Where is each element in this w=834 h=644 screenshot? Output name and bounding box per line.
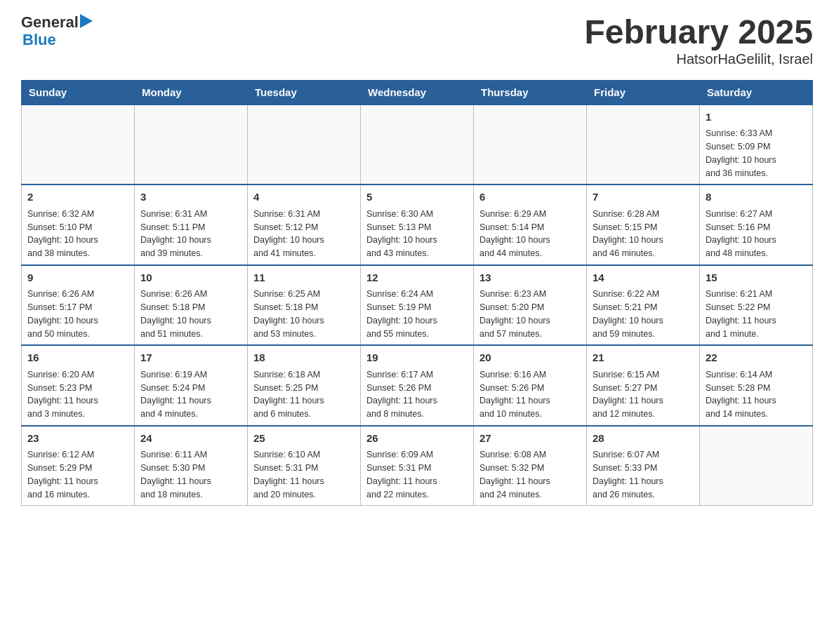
calendar-cell: [700, 426, 813, 506]
day-info-line: Sunrise: 6:18 AM: [253, 368, 355, 382]
day-info-line: and 3 minutes.: [27, 408, 128, 421]
day-info-line: and 6 minutes.: [253, 408, 355, 421]
header-friday: Friday: [587, 80, 700, 105]
day-info-line: and 20 minutes.: [253, 488, 355, 502]
calendar-cell: [361, 105, 474, 185]
day-info-line: Sunrise: 6:31 AM: [140, 208, 241, 221]
day-info-line: Daylight: 11 hours: [366, 394, 468, 408]
day-info-line: and 53 minutes.: [253, 328, 355, 341]
week-row-1: 1Sunrise: 6:33 AMSunset: 5:09 PMDaylight…: [22, 105, 813, 185]
calendar-cell: 12Sunrise: 6:24 AMSunset: 5:19 PMDayligh…: [361, 265, 474, 346]
day-number: 17: [140, 350, 241, 366]
day-number: 21: [593, 350, 694, 366]
day-number: 18: [253, 350, 355, 366]
day-info-line: and 1 minute.: [706, 328, 807, 341]
calendar-cell: 6Sunrise: 6:29 AMSunset: 5:14 PMDaylight…: [474, 185, 587, 265]
header-tuesday: Tuesday: [248, 80, 361, 105]
calendar-cell: [474, 105, 587, 185]
day-info-line: Daylight: 10 hours: [140, 314, 241, 328]
day-info-line: and 24 minutes.: [479, 488, 581, 502]
day-info-line: Sunset: 5:30 PM: [140, 462, 241, 475]
day-number: 6: [479, 189, 581, 206]
day-info-line: and 51 minutes.: [140, 328, 241, 341]
day-number: 11: [253, 270, 355, 286]
calendar-cell: 5Sunrise: 6:30 AMSunset: 5:13 PMDaylight…: [361, 185, 474, 265]
calendar-cell: 3Sunrise: 6:31 AMSunset: 5:11 PMDaylight…: [135, 185, 248, 265]
day-info-line: Sunrise: 6:24 AM: [366, 288, 468, 301]
day-info-line: and 39 minutes.: [140, 247, 241, 260]
day-info-line: Sunrise: 6:07 AM: [593, 448, 694, 462]
calendar-cell: 13Sunrise: 6:23 AMSunset: 5:20 PMDayligh…: [474, 265, 587, 346]
calendar-cell: 7Sunrise: 6:28 AMSunset: 5:15 PMDaylight…: [587, 185, 700, 265]
day-number: 4: [253, 189, 355, 206]
calendar-cell: 28Sunrise: 6:07 AMSunset: 5:33 PMDayligh…: [587, 426, 700, 506]
week-row-3: 9Sunrise: 6:26 AMSunset: 5:17 PMDaylight…: [22, 265, 813, 346]
calendar-cell: 11Sunrise: 6:25 AMSunset: 5:18 PMDayligh…: [248, 265, 361, 346]
day-info-line: Sunset: 5:18 PM: [253, 301, 355, 314]
day-info-line: Sunset: 5:24 PM: [140, 382, 241, 395]
day-info-line: Sunset: 5:09 PM: [706, 140, 807, 154]
day-info-line: Sunset: 5:21 PM: [593, 301, 694, 314]
day-info-line: Daylight: 10 hours: [27, 234, 128, 247]
logo-triangle-icon: [80, 14, 94, 28]
day-number: 16: [27, 350, 128, 366]
day-info-line: Daylight: 11 hours: [140, 394, 241, 408]
week-row-5: 23Sunrise: 6:12 AMSunset: 5:29 PMDayligh…: [22, 426, 813, 506]
calendar-cell: 17Sunrise: 6:19 AMSunset: 5:24 PMDayligh…: [135, 345, 248, 426]
day-info-line: Daylight: 10 hours: [253, 234, 355, 247]
day-info-line: Sunset: 5:13 PM: [366, 221, 468, 234]
day-number: 12: [366, 270, 468, 286]
day-number: 27: [479, 431, 581, 447]
calendar-cell: 26Sunrise: 6:09 AMSunset: 5:31 PMDayligh…: [361, 426, 474, 506]
calendar-cell: 16Sunrise: 6:20 AMSunset: 5:23 PMDayligh…: [22, 345, 135, 426]
day-info-line: Sunset: 5:32 PM: [479, 462, 581, 475]
day-info-line: Sunset: 5:10 PM: [27, 221, 128, 234]
calendar-cell: 14Sunrise: 6:22 AMSunset: 5:21 PMDayligh…: [587, 265, 700, 346]
day-number: 5: [366, 189, 468, 206]
day-info-line: Sunrise: 6:30 AM: [366, 208, 468, 221]
day-info-line: Daylight: 11 hours: [593, 475, 694, 488]
day-info-line: Sunset: 5:25 PM: [253, 382, 355, 395]
week-row-2: 2Sunrise: 6:32 AMSunset: 5:10 PMDaylight…: [22, 185, 813, 265]
day-info-line: Sunset: 5:17 PM: [27, 301, 128, 314]
logo: General Blue: [21, 14, 94, 49]
day-info-line: Sunset: 5:33 PM: [593, 462, 694, 475]
header-monday: Monday: [135, 80, 248, 105]
calendar-cell: 2Sunrise: 6:32 AMSunset: 5:10 PMDaylight…: [22, 185, 135, 265]
calendar-cell: 22Sunrise: 6:14 AMSunset: 5:28 PMDayligh…: [700, 345, 813, 426]
day-info-line: Daylight: 10 hours: [593, 234, 694, 247]
day-info-line: and 16 minutes.: [27, 488, 128, 502]
day-info-line: Sunset: 5:23 PM: [27, 382, 128, 395]
day-info-line: Sunrise: 6:14 AM: [706, 368, 807, 382]
day-info-line: and 38 minutes.: [27, 247, 128, 260]
day-info-line: Daylight: 10 hours: [27, 314, 128, 328]
day-number: 9: [27, 270, 128, 286]
calendar-title: February 2025: [584, 14, 813, 51]
calendar-table: Sunday Monday Tuesday Wednesday Thursday…: [21, 80, 813, 507]
header-sunday: Sunday: [22, 80, 135, 105]
calendar-cell: 1Sunrise: 6:33 AMSunset: 5:09 PMDaylight…: [700, 105, 813, 185]
day-info-line: and 50 minutes.: [27, 328, 128, 341]
day-info-line: Daylight: 11 hours: [593, 394, 694, 408]
day-info-line: Sunrise: 6:28 AM: [593, 208, 694, 221]
day-info-line: Sunset: 5:11 PM: [140, 221, 241, 234]
week-row-4: 16Sunrise: 6:20 AMSunset: 5:23 PMDayligh…: [22, 345, 813, 426]
day-number: 8: [706, 189, 807, 206]
calendar-cell: 4Sunrise: 6:31 AMSunset: 5:12 PMDaylight…: [248, 185, 361, 265]
title-block: February 2025 HatsorHaGelilit, Israel: [584, 14, 813, 67]
calendar-cell: 19Sunrise: 6:17 AMSunset: 5:26 PMDayligh…: [361, 345, 474, 426]
day-info-line: Sunset: 5:28 PM: [706, 382, 807, 395]
day-info-line: Sunrise: 6:12 AM: [27, 448, 128, 462]
svg-marker-0: [80, 14, 93, 28]
day-info-line: Sunrise: 6:20 AM: [27, 368, 128, 382]
day-info-line: and 4 minutes.: [140, 408, 241, 421]
day-info-line: Sunrise: 6:09 AM: [366, 448, 468, 462]
day-info-line: and 57 minutes.: [479, 328, 581, 341]
day-number: 7: [593, 189, 694, 206]
day-info-line: Sunrise: 6:32 AM: [27, 208, 128, 221]
day-info-line: Daylight: 10 hours: [706, 234, 807, 247]
day-info-line: and 59 minutes.: [593, 328, 694, 341]
day-info-line: and 8 minutes.: [366, 408, 468, 421]
day-info-line: Daylight: 10 hours: [253, 314, 355, 328]
day-info-line: Sunrise: 6:15 AM: [593, 368, 694, 382]
